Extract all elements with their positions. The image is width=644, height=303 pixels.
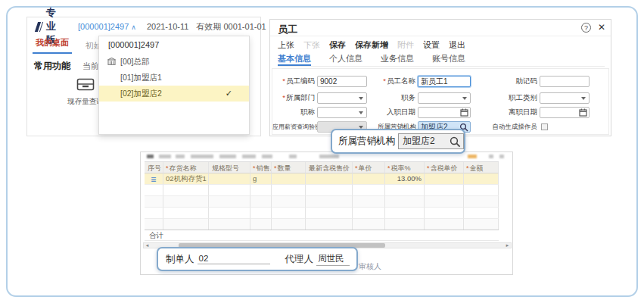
employee-toolbar: 上张 下张 保存 保存新增 附件 设置 退出 xyxy=(278,39,465,52)
org-item-headquarters[interactable]: [00]总部 xyxy=(99,54,249,70)
tab-account-info[interactable]: 账号信息 xyxy=(432,53,465,66)
help-icon[interactable]: ? xyxy=(581,23,591,33)
col-tax-rate: *税率% xyxy=(385,162,425,173)
prev-record-button[interactable]: 上张 xyxy=(278,39,294,52)
total-row: 合计 xyxy=(145,230,499,241)
dept-label: *所属部门 xyxy=(272,93,315,103)
employee-titlebar: 员工 ? ✕ xyxy=(270,20,611,36)
cell-amount[interactable] xyxy=(464,173,499,185)
close-icon[interactable]: ✕ xyxy=(598,22,605,33)
drawer-icon xyxy=(76,78,95,91)
col-qty: *数量 xyxy=(272,162,306,173)
duty-select[interactable] xyxy=(418,92,471,104)
app-header: 专业版 [000001]2497∧ 2021-10-11 有效期 0001-01… xyxy=(27,17,260,36)
cell-sales-unit[interactable]: g xyxy=(250,173,272,185)
job-title-label: 职称 xyxy=(272,108,315,117)
employee-window: 员工 ? ✕ 上张 下张 保存 保存新增 附件 设置 退出 基本信息 个人信息 … xyxy=(269,19,611,136)
emp-name-input[interactable]: 新员工1 xyxy=(418,76,471,87)
salary-query-label: 应用薪资查询验密 xyxy=(272,123,315,131)
common-functions-title: 常用功能 xyxy=(34,60,70,73)
leave-date-input[interactable] xyxy=(540,107,590,118)
zoom-callout-footer: 制单人 02 代理人 周世民 xyxy=(157,247,358,271)
exit-button[interactable]: 退出 xyxy=(449,39,465,52)
callout-org-label: 所属营销机构 xyxy=(338,135,395,148)
table-row[interactable] xyxy=(145,196,499,208)
table-row[interactable] xyxy=(145,185,499,196)
hire-date-label: 入职日期 xyxy=(378,108,415,117)
scroll-left-icon[interactable]: ◄ xyxy=(144,243,151,248)
cell-latest-price[interactable] xyxy=(306,173,353,185)
org-dropdown-header: [000001]2497 xyxy=(99,36,249,54)
employee-tabs: 基本信息 个人信息 业务信息 账号信息 xyxy=(278,53,605,67)
callout-agent-value[interactable]: 周世民 xyxy=(316,253,350,266)
auditor-label: 审核人 xyxy=(359,261,381,272)
cell-tax-price[interactable] xyxy=(425,173,464,185)
next-record-button: 下张 xyxy=(303,39,320,52)
chevron-down-icon xyxy=(359,111,363,114)
emp-type-label: 职工类别 xyxy=(483,93,537,103)
chevron-down-icon xyxy=(359,97,363,100)
items-table: 序号 *存货名称 规格型号 *销售... *数量 最新含税售价 *单价 *税率%… xyxy=(145,161,499,230)
table-row-selected[interactable]: ≣ 02机构存货1 g 13.00% xyxy=(145,173,499,185)
callout-agent-label: 代理人 xyxy=(285,253,314,266)
dept-select[interactable] xyxy=(317,92,367,104)
cell-spec[interactable] xyxy=(209,173,250,185)
row-marker-icon: ≣ xyxy=(145,173,163,185)
auto-operator-label: 自动生成操作员 xyxy=(483,123,537,132)
calendar-icon xyxy=(579,108,587,117)
calendar-icon xyxy=(460,108,468,117)
auto-operator-checkbox[interactable] xyxy=(541,123,548,130)
callout-org-input[interactable]: 加盟店2 xyxy=(398,133,464,149)
scroll-right-icon[interactable]: ► xyxy=(504,243,511,248)
chevron-down-icon xyxy=(462,97,467,100)
leave-date-label: 离职日期 xyxy=(483,108,537,117)
basic-info-form: *员工编码 9002 *员工名称 新员工1 助记码 *所属部门 职务 职工类别 … xyxy=(272,68,609,135)
table-row[interactable] xyxy=(145,208,499,219)
validity-text: 有效期 0001-01-01 xyxy=(196,21,266,33)
org-item-store1[interactable]: [01]加盟店1 xyxy=(99,70,249,86)
col-tax-price: *含税单价 xyxy=(425,162,464,173)
tab-my-desktop[interactable]: 我的桌面 xyxy=(33,37,72,54)
magnifier-icon[interactable] xyxy=(450,136,461,148)
mnemonic-label: 助记码 xyxy=(483,77,537,86)
app-screenshot: 专业版 [000001]2497∧ 2021-10-11 有效期 0001-01… xyxy=(0,0,644,303)
zoom-callout-marketing-org: 所属营销机构 加盟店2 xyxy=(331,129,465,154)
caret-up-icon: ∧ xyxy=(131,23,136,31)
building-icon xyxy=(107,58,116,65)
col-latest-price: 最新含税售价 xyxy=(306,162,353,173)
cell-unit-price[interactable] xyxy=(353,173,385,185)
check-icon: ✓ xyxy=(226,86,232,102)
callout-maker-label: 制单人 xyxy=(166,253,194,266)
mnemonic-input[interactable] xyxy=(540,76,590,87)
table-row[interactable] xyxy=(145,219,499,230)
tab-business-info[interactable]: 业务信息 xyxy=(381,53,414,66)
save-and-new-button[interactable]: 保存新增 xyxy=(355,39,388,52)
account-switcher[interactable]: [000001]2497∧ xyxy=(78,22,136,31)
col-item-name: *存货名称 xyxy=(163,162,209,173)
toolbar-orange-icon xyxy=(468,155,477,158)
save-button[interactable]: 保存 xyxy=(329,39,346,52)
login-date: 2021-10-11 xyxy=(147,22,188,31)
col-seq: 序号 xyxy=(145,162,163,173)
tab-basic-info[interactable]: 基本信息 xyxy=(278,53,311,66)
attachment-button: 附件 xyxy=(397,39,414,52)
cell-item-name[interactable]: 02机构存货1 xyxy=(163,173,209,185)
settings-button[interactable]: 设置 xyxy=(423,39,440,52)
emp-name-label: *员工名称 xyxy=(378,77,415,86)
chevron-down-icon xyxy=(581,97,586,100)
tab-personal-info[interactable]: 个人信息 xyxy=(329,53,362,66)
duty-label: 职务 xyxy=(378,93,415,103)
org-item-store2[interactable]: [02]加盟店2 ✓ xyxy=(99,86,249,102)
callout-maker-value[interactable]: 02 xyxy=(198,254,270,264)
col-sales-unit: *销售... xyxy=(250,162,272,173)
job-title-select[interactable] xyxy=(317,107,367,118)
cell-tax-rate[interactable]: 13.00% xyxy=(385,173,425,185)
emp-code-input[interactable]: 9002 xyxy=(317,76,367,87)
account-code: [000001]2497 xyxy=(78,22,129,31)
table-header-row: 序号 *存货名称 规格型号 *销售... *数量 最新含税售价 *单价 *税率%… xyxy=(145,161,499,173)
window-title: 员工 xyxy=(278,23,297,36)
hire-date-input[interactable] xyxy=(418,107,471,118)
emp-type-select[interactable] xyxy=(540,92,590,104)
cell-qty[interactable] xyxy=(272,173,306,185)
col-spec: 规格型号 xyxy=(209,162,250,173)
